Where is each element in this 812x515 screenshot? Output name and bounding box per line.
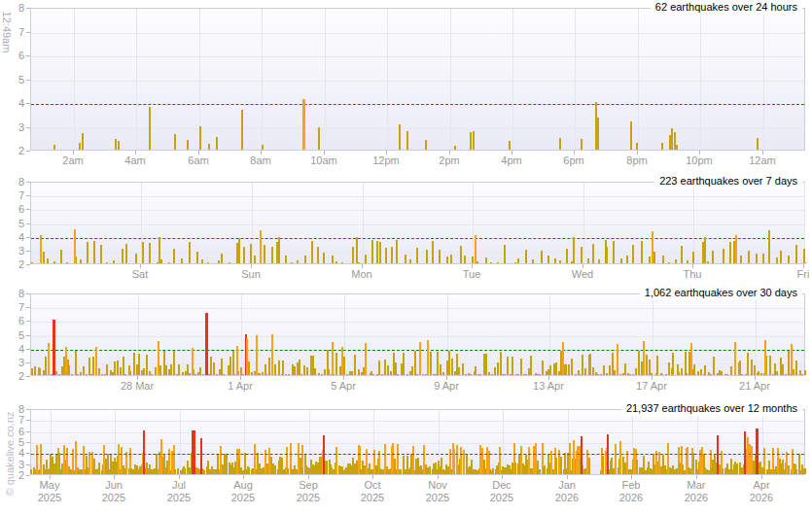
- earthquake-bar: [365, 343, 367, 375]
- earthquake-bar: [726, 374, 728, 375]
- earthquake-bar: [259, 373, 261, 375]
- earthquake-bar: [504, 374, 506, 375]
- gridline-horizontal: [31, 210, 804, 211]
- gridline-horizontal: [31, 432, 804, 433]
- x-axis-tick: [135, 151, 136, 154]
- gridline-vertical: [450, 9, 451, 150]
- earthquake-bar: [419, 342, 421, 375]
- gridline-vertical: [387, 9, 388, 150]
- x-axis-tick: [140, 264, 141, 268]
- magnitude-threshold-line: [31, 350, 804, 351]
- earthquake-bar: [210, 357, 212, 375]
- earthquake-bar: [426, 250, 428, 263]
- earthquake-bar: [793, 369, 794, 375]
- earthquake-bar: [804, 468, 806, 474]
- earthquake-bar: [358, 369, 360, 375]
- x-axis-tick-label: Wed: [539, 268, 626, 281]
- earthquake-bar: [194, 374, 196, 375]
- plot-area[interactable]: [30, 293, 805, 376]
- earthquake-bar: [80, 372, 82, 375]
- earthquake-bar: [83, 366, 85, 375]
- earthquake-bar: [636, 460, 638, 474]
- gridline-horizontal: [31, 56, 804, 57]
- earthquake-bar: [30, 469, 32, 474]
- plot-area[interactable]: [30, 409, 805, 475]
- x-axis-tick-label: Dec 2025: [458, 479, 546, 504]
- earthquake-bar: [254, 256, 256, 263]
- x-axis-tick-label: 12pm: [342, 154, 430, 167]
- earthquake-bar: [301, 467, 303, 474]
- x-axis-tick-label: 10pm: [655, 154, 743, 167]
- earthquake-bar: [542, 360, 544, 375]
- y-axis-tick-label: 8: [0, 177, 24, 188]
- earthquake-bar: [661, 143, 663, 150]
- earthquake-bar: [517, 258, 519, 263]
- earthquake-bar: [351, 371, 353, 375]
- earthquake-bar: [202, 374, 204, 375]
- earthquake-bar: [757, 138, 759, 150]
- earthquake-bar: [656, 356, 658, 375]
- earthquake-bar: [712, 251, 714, 263]
- earthquake-bar: [740, 256, 742, 263]
- x-axis-tick: [637, 151, 638, 154]
- earthquake-bar: [223, 374, 225, 375]
- gridline-vertical: [549, 294, 550, 375]
- earthquake-bar: [582, 355, 583, 375]
- earthquake-bar: [55, 371, 57, 375]
- y-axis-tick-label: 4: [0, 98, 24, 109]
- gridline-horizontal: [31, 196, 804, 197]
- earthquake-bar: [265, 374, 267, 375]
- earthquake-bar: [672, 353, 674, 375]
- earthquake-bar: [686, 373, 688, 375]
- earthquake-bar: [236, 346, 238, 375]
- earthquake-bar: [430, 352, 432, 375]
- earthquake-bar: [710, 374, 712, 375]
- x-axis-tick: [308, 475, 309, 479]
- earthquake-bar: [207, 262, 209, 263]
- earthquake-bar: [532, 259, 534, 263]
- earthquake-bar: [668, 362, 670, 375]
- earthquake-bar: [189, 242, 191, 263]
- earthquake-bar: [343, 357, 345, 375]
- y-axis-tick-label: 7: [0, 190, 24, 201]
- earthquake-bar: [697, 371, 699, 375]
- earthquake-bar: [125, 452, 127, 474]
- earthquake-bar: [58, 374, 60, 375]
- earthquake-bar: [174, 134, 176, 150]
- earthquake-bar: [356, 237, 358, 263]
- earthquake-bar: [566, 249, 568, 263]
- earthquake-bar: [248, 467, 250, 474]
- earthquake-bar: [165, 365, 167, 375]
- y-axis-tick-label: 4: [0, 232, 24, 243]
- gridline-horizontal: [31, 81, 804, 82]
- earthquake-bar: [271, 334, 273, 375]
- earthquake-bar: [88, 452, 90, 474]
- earthquake-bar: [294, 366, 296, 375]
- earthquake-bar: [409, 259, 411, 263]
- x-axis-tick-label: Oct 2025: [329, 479, 416, 504]
- plot-area[interactable]: [30, 8, 805, 151]
- earthquake-bar: [149, 243, 151, 263]
- earthquake-bar: [146, 355, 148, 375]
- earthquake-bar: [278, 360, 280, 375]
- earthquake-bar: [274, 465, 276, 474]
- earthquake-bar: [460, 246, 462, 263]
- earthquake-bar: [262, 145, 264, 150]
- x-axis-tick: [762, 151, 763, 154]
- earthquake-bar: [149, 107, 151, 150]
- earthquake-bar: [448, 351, 450, 375]
- x-axis-tick-label: 9 Apr: [403, 380, 490, 393]
- plot-area[interactable]: [30, 182, 805, 264]
- earthquake-bar: [509, 141, 511, 150]
- y-axis-tick-label: 7: [0, 302, 24, 313]
- earthquake-bar: [378, 360, 380, 375]
- y-axis-tick-label: 5: [0, 219, 24, 229]
- earthquake-bar: [588, 458, 590, 474]
- earthquake-bar: [323, 253, 325, 263]
- earthquake-bar: [652, 231, 653, 263]
- earthquake-bar: [189, 373, 191, 375]
- earthquake-bar: [300, 374, 302, 375]
- earthquake-bar: [744, 431, 746, 474]
- x-axis-tick-label: 2pm: [406, 154, 493, 167]
- earthquake-bar: [514, 463, 516, 474]
